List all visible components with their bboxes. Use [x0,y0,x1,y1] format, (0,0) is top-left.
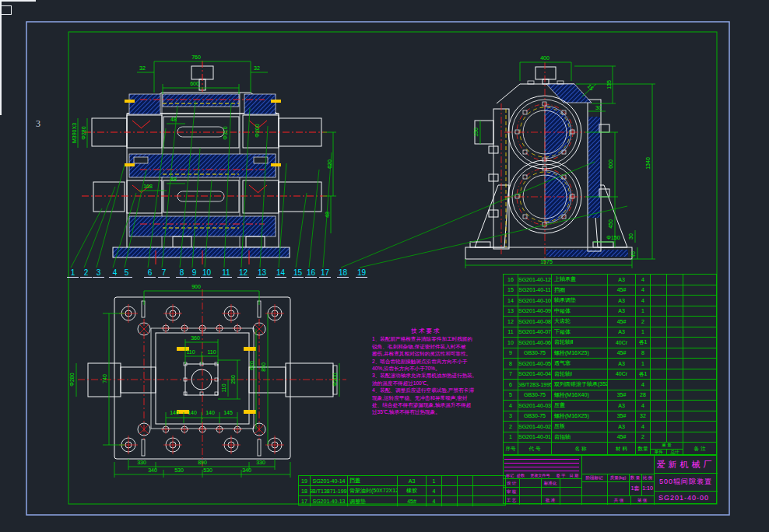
parts-table-header: 序号 代 号 名 称 材 料 数量 重 量 单件 总计 备 注 [504,443,716,455]
notes-line: 4、装配、调整后应进行空载试验,严禁有卡滞 [372,387,480,394]
svg-text:30: 30 [628,233,634,240]
field-approve: 批 准 [541,495,560,505]
cell-unit-weight [651,317,667,327]
cell-name: 螺栓(M16X40) [552,390,608,401]
cell-remark [683,348,716,359]
cell-qty: 28 [636,390,651,401]
svg-text:620: 620 [327,159,332,169]
cell-unit-weight [651,369,667,380]
side-view [465,62,655,268]
cell-seq: 7 [504,369,518,380]
svg-text:150: 150 [473,128,479,137]
notes-title: 技术要求 [372,327,480,334]
cell-remark [683,327,716,338]
cell-code: SG201-40-04 [518,369,552,380]
cell-name: 双列圆锥滚子轴承(352900) [552,380,608,390]
cell-total-weight [667,296,683,306]
cell-seq: 3 [504,411,518,422]
cell-name: 螺栓(M16X25) [552,348,608,359]
cell-qty: 8 [636,348,651,359]
cell-remark [683,317,716,327]
cell-name: 调整垫 [348,496,398,506]
plot-corner-box [0,5,12,15]
field-sheet-no: 第 张 [630,495,654,505]
parts-table: 16 SG201-40-12 上轴承盖 A3 4 15 SG201-40-11 … [503,274,717,455]
margin-zone-label: 3 [36,118,40,130]
cell-material: 35# [608,411,636,422]
svg-text:360: 360 [191,335,200,341]
svg-text:600: 600 [608,159,613,169]
cell-code: GB30-75 [518,348,552,359]
header-unit: 单件 [651,450,667,455]
cell-material: 45# [608,317,636,327]
cell-unit-weight [442,476,458,485]
plot-edge-mark-top [0,0,36,2]
table-row: 10 SG201-40-06 齿轮轴Ⅱ 40Cr 各1 [504,338,716,348]
notes-lines: 1、装配前严格检查并清除零件加工时残留的锐角、毛刺和杂物,保证密封件装入时不被擦… [372,335,480,415]
header-weight: 重 量 [651,443,683,450]
cell-code: GB/T283-1995 [518,380,552,390]
cell-remark [683,306,716,317]
parts-rows: 16 SG201-40-12 上轴承盖 A3 4 15 SG201-40-11 … [504,275,716,443]
value-qty: 1套 [629,481,641,495]
cell-material: 45# [608,285,636,296]
field-craft: 工 艺 [504,495,519,505]
cell-unit-weight [651,306,667,317]
cell-remark [683,369,716,380]
table-row: 1 SG201-40-01 齿辊轴 45# 2 [504,432,716,443]
cell-seq: 11 [504,327,518,338]
table-row: 4 SG201-40-03 压盖 A3 4 [504,401,716,411]
cell-qty: 4 [636,401,651,411]
cell-material: 40Cr [608,369,636,380]
table-row: 18 GB/T13871-1992 骨架油封(50X72X12) 橡胶 4 [299,486,505,496]
balloon-6: 6 [144,268,156,278]
cell-seq: 6 [504,380,518,390]
cell-name: 中箱体 [552,306,608,317]
svg-text:135: 135 [606,80,612,89]
cell-unit-weight [651,411,667,422]
value-scale: 1:10 [641,481,654,495]
cell-remark [473,496,505,506]
cell-unit-weight [651,401,667,411]
cell-material: 40Cr [608,338,636,348]
cell-material: 45# [608,432,636,443]
field-date: 日 期 [567,472,581,478]
cell-qty: 4 [636,380,651,390]
cell-unit-weight [651,285,667,296]
field-check: 审 核 [504,487,519,495]
cell-seq: 2 [504,422,518,432]
cell-name: 螺栓(M16X25) [552,411,608,422]
svg-text:1575: 1575 [540,259,553,264]
cell-qty: 2 [636,317,651,327]
notes-line: 过35℃,轴承不得有过热现象。 [372,408,480,415]
cell-unit-weight [442,496,458,506]
table-row: 14 SG201-40-10 轴承调垫 A3 4 [504,296,716,306]
cell-total-weight [667,285,683,296]
cell-total-weight [667,348,683,359]
balloon-1: 1 [67,268,79,278]
cell-name: 挡圈 [552,285,608,296]
cell-unit-weight [651,380,667,390]
cell-seq: 12 [504,317,518,327]
svg-text:48: 48 [170,177,177,182]
field-doc: 更改文件号 [526,472,554,478]
cell-total-weight [667,275,683,285]
cell-code: SG201-40-09 [518,306,552,317]
svg-text:110: 110 [186,349,195,355]
cell-qty: 1 [636,359,651,369]
svg-text:890: 890 [198,460,207,465]
cell-code: SG201-40-08 [518,317,552,327]
table-row: 17 SG201-40-13 调整垫 45# 4 [299,496,505,506]
field-standard: 标准化 [541,478,560,487]
svg-text:620: 620 [249,361,255,370]
cell-seq: 17 [299,496,311,506]
svg-text:760: 760 [191,54,201,60]
front-view [78,61,336,264]
cell-seq: 16 [504,275,518,285]
balloon-7: 7 [158,268,170,278]
cell-unit-weight [651,422,667,432]
cell-total-weight [667,401,683,411]
field-design: 设 计 [504,478,519,487]
balloon-9: 9 [188,268,200,278]
cell-remark [683,432,716,443]
